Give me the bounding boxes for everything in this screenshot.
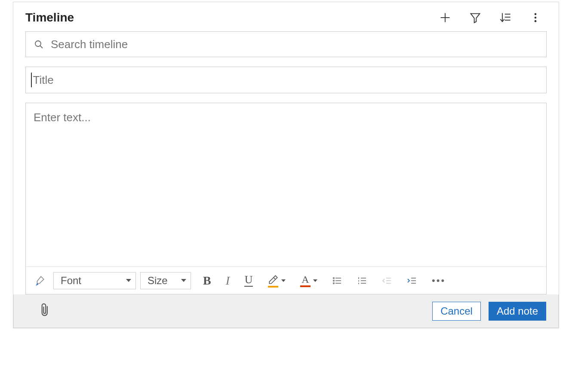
plus-icon [439, 12, 451, 24]
more-vertical-icon [529, 12, 541, 24]
decrease-indent-icon [382, 276, 392, 286]
svg-point-10 [35, 41, 41, 46]
sort-icon [499, 12, 511, 24]
italic-button[interactable]: I [223, 272, 232, 289]
note-editor: Enter text... Font Size B I U [25, 103, 547, 294]
svg-point-9 [535, 20, 537, 22]
svg-marker-2 [471, 14, 480, 23]
search-timeline-input[interactable] [50, 37, 538, 52]
note-title-input[interactable] [32, 73, 541, 87]
svg-line-11 [40, 46, 43, 49]
increase-indent-button[interactable] [404, 274, 420, 288]
font-size-label: Size [148, 275, 168, 287]
svg-point-14 [333, 280, 334, 281]
format-painter-button[interactable] [31, 273, 49, 289]
timeline-panel: Timeline Enter text... [13, 2, 559, 328]
more-commands-button[interactable] [528, 10, 543, 25]
add-record-button[interactable] [437, 10, 453, 25]
ellipsis-icon: ••• [432, 275, 446, 286]
bold-icon: B [203, 274, 211, 288]
sort-button[interactable] [498, 10, 513, 25]
font-color-icon: A [300, 274, 311, 287]
attach-file-button[interactable] [37, 301, 53, 321]
chevron-down-icon [181, 279, 186, 282]
italic-icon: I [226, 274, 230, 288]
search-timeline-field[interactable] [25, 31, 547, 57]
svg-point-12 [333, 277, 334, 278]
paintbrush-icon [34, 275, 46, 286]
font-size-select[interactable]: Size [140, 272, 191, 289]
add-note-button[interactable]: Add note [489, 302, 546, 321]
note-body-input[interactable]: Enter text... [26, 103, 546, 266]
paperclip-icon [39, 303, 52, 318]
underline-icon: U [244, 274, 253, 287]
numbered-list-button[interactable] [354, 274, 370, 288]
numbered-list-icon [357, 276, 367, 286]
font-color-button[interactable]: A [298, 273, 320, 289]
chevron-down-icon [281, 279, 286, 282]
svg-point-16 [333, 282, 334, 283]
rich-text-toolbar: Font Size B I U [26, 266, 546, 294]
bulleted-list-button[interactable] [329, 274, 345, 288]
font-family-label: Font [61, 275, 81, 287]
svg-point-7 [535, 13, 537, 15]
note-title-field[interactable] [25, 67, 547, 93]
note-footer-actions: Cancel Add note [432, 302, 546, 321]
note-footer: Cancel Add note [13, 294, 559, 328]
chevron-down-icon [126, 279, 131, 282]
cancel-button[interactable]: Cancel [432, 302, 481, 321]
timeline-header: Timeline [25, 2, 547, 31]
filter-icon [469, 12, 481, 24]
increase-indent-icon [407, 276, 417, 286]
timeline-header-actions [437, 10, 547, 25]
font-family-select[interactable]: Font [53, 272, 136, 289]
text-format-group: B I U A [200, 272, 448, 289]
underline-button[interactable]: U [242, 273, 255, 288]
chevron-down-icon [313, 279, 317, 282]
svg-point-8 [535, 17, 537, 19]
text-cursor [31, 73, 32, 87]
decrease-indent-button[interactable] [379, 274, 395, 288]
filter-button[interactable] [467, 10, 483, 25]
search-icon [34, 39, 44, 49]
highlight-color-button[interactable] [265, 272, 288, 289]
timeline-title: Timeline [25, 11, 74, 24]
more-formatting-button[interactable]: ••• [429, 273, 448, 288]
bulleted-list-icon [332, 276, 342, 286]
highlight-icon [268, 274, 279, 288]
bold-button[interactable]: B [200, 272, 214, 289]
